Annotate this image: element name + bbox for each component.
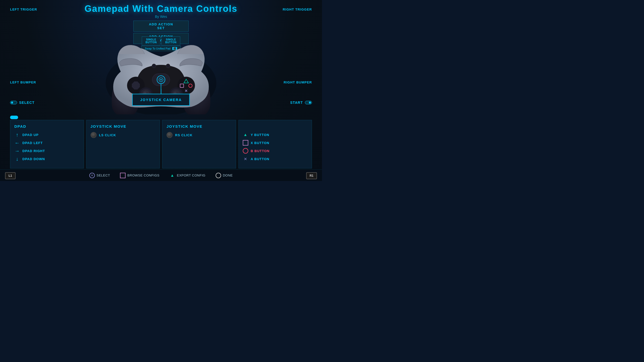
svg-point-32 [162,70,163,71]
y-button-item: ▲ Y BUTTON [243,132,308,138]
circle-button-bar-icon [216,173,221,178]
svg-point-31 [160,70,161,71]
svg-point-30 [158,70,159,71]
export-config-bar-label: EXPORT CONFIG [177,173,206,177]
rs-joystick-icon [167,132,173,138]
x-button-bar-icon: ✕ [89,173,95,178]
start-area: START [290,101,312,105]
rs-click-item: RS CLICK [167,132,232,138]
page-subtitle: By Wes [0,15,322,19]
ls-click-item: LS CLICK [91,132,156,138]
dpad-down-label: DPAD DOWN [22,157,45,161]
browse-configs-bar-label: BROWSE CONFIGS [127,173,159,177]
arrow-down-icon: ↓ [14,156,20,162]
square-icon [243,140,248,146]
start-icon [305,101,312,104]
dpad-panel-title: DPAD [14,124,79,128]
arrow-left-icon: ← [14,140,20,146]
right-joystick-panel-title: JOYSTICK MOVE [167,124,232,128]
face-buttons-panel: FACE ▲ Y BUTTON X BUTTON B BUTTON ✕ A BU… [238,120,312,168]
dpad-left-label: DPAD LEFT [22,141,43,145]
touchpad-button[interactable] [10,116,18,119]
bottom-bar: L1 ✕ SELECT BROWSE CONFIGS ▲ EXPORT CONF… [0,169,322,181]
left-joystick-panel-title: JOYSTICK MOVE [91,124,156,128]
square-button-bar-icon [120,173,126,178]
svg-point-26 [160,79,162,80]
page-title: Gamepad With Camera Controls [0,4,322,14]
left-trigger-label[interactable]: LEFT TRIGGER [10,8,37,11]
svg-rect-8 [132,83,140,87]
joystick-camera-label: JOYSTICK CAMERA [140,98,182,102]
cross-icon: ✕ [243,156,248,162]
left-joystick-panel: JOYSTICK MOVE LS CLICK [86,120,160,168]
select-label[interactable]: SELECT [19,101,34,105]
ls-joystick-icon [91,132,97,138]
x-button-item: X BUTTON [243,140,308,146]
browse-configs-bar-item[interactable]: BROWSE CONFIGS [120,173,159,178]
done-bar-item[interactable]: DONE [216,173,233,178]
dpad-up-label: DPAD UP [22,133,39,137]
b-button-label: B BUTTON [251,149,270,153]
touchpad-area [10,116,18,119]
select-icon [10,101,17,104]
select-bar-label: SELECT [97,173,110,177]
r1-button[interactable]: R1 [306,172,317,179]
svg-point-29 [166,64,170,68]
single-button-area: SINGLEBUTTON SINGLEBUTTON [142,36,180,46]
l1-button[interactable]: L1 [5,172,16,179]
right-trigger-label[interactable]: RIGHT TRIGGER [283,8,312,11]
select-area: SELECT [10,101,34,105]
x-button-label: X BUTTON [251,141,269,145]
arrow-up-icon: ↑ [14,132,20,138]
rs-click-label: RS CLICK [175,133,192,137]
triangle-icon: ▲ [243,132,248,138]
done-bar-label: DONE [223,173,233,177]
joystick-camera-tooltip[interactable]: JOYSTICK CAMERA [132,94,190,106]
select-bar-item[interactable]: ✕ SELECT [89,173,110,178]
page-wrapper: Gamepad With Camera Controls By Wes ADD … [0,0,322,181]
single-button-left[interactable]: SINGLEBUTTON [142,36,160,46]
right-joystick-panel: JOYSTICK MOVE RS CLICK [162,120,236,168]
a-button-label: A BUTTON [251,157,269,161]
controller-container: JOYSTICK CAMERA SINGLEBUTTON SINGLEBUTTO… [96,39,226,114]
dpad-down-item: ↓ DPAD DOWN [14,156,79,162]
l1-button-area: L1 [5,173,16,178]
dpad-right-label: DPAD RIGHT [22,149,45,153]
dpad-panel: DPAD ↑ DPAD UP ← DPAD LEFT → DPAD RIGHT … [10,120,84,168]
single-button-right[interactable]: SINGLEBUTTON [162,36,180,46]
circle-icon [243,148,248,154]
dpad-left-item: ← DPAD LEFT [14,140,79,146]
dpad-up-item: ↑ DPAD UP [14,132,79,138]
triangle-button-bar-icon: ▲ [170,173,175,178]
a-button-item: ✕ A BUTTON [243,156,308,162]
dpad-right-item: → DPAD RIGHT [14,148,79,154]
add-action-set-button[interactable]: ADD ACTION SET [133,21,189,32]
r1-button-area: R1 [306,173,317,178]
bottom-panels: DPAD ↑ DPAD UP ← DPAD LEFT → DPAD RIGHT … [10,120,312,168]
arrow-right-icon: → [14,148,20,154]
ls-click-label: LS CLICK [99,133,116,137]
svg-point-28 [152,64,156,68]
left-bumper-label[interactable]: LEFT BUMPER [10,80,36,84]
y-button-label: Y BUTTON [251,133,269,137]
export-config-bar-item[interactable]: ▲ EXPORT CONFIG [170,173,206,178]
b-button-item: B BUTTON [243,148,308,154]
right-bumper-label[interactable]: RIGHT BUMPER [284,80,312,84]
start-label[interactable]: START [290,101,303,105]
svg-point-33 [163,70,164,71]
